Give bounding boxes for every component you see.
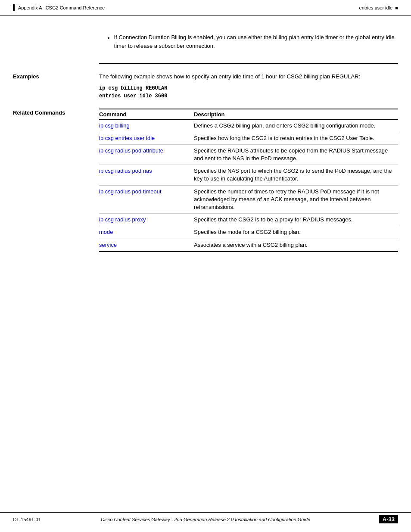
code-line-2: entries user idle 3600 [99,92,398,100]
table-cell-command[interactable]: ip csg billing [99,119,194,132]
footer-center: Cisco Content Services Gateway - 2nd Gen… [98,517,313,522]
code-line-1: ip csg billing REGULAR [99,84,398,92]
table-row: ip csg entries user idleSpecifies how lo… [99,132,398,144]
header-left: Appendix A CSG2 Command Reference [13,4,105,11]
main-content: • If Connection Duration Billing is enab… [0,16,411,261]
header-right: entries user idle ■ [359,5,398,10]
examples-code: ip csg billing REGULAR entries user idle… [99,84,398,100]
command-link[interactable]: ip csg billing [99,122,130,129]
examples-divider [99,63,398,64]
table-row: ip csg radius proxySpecifies that the CS… [99,214,398,226]
table-cell-command[interactable]: ip csg entries user idle [99,132,194,144]
header-bar-icon [13,4,15,11]
page: Appendix A CSG2 Command Reference entrie… [0,0,411,532]
table-cell-command[interactable]: ip csg radius pod attribute [99,144,194,165]
table-row: modeSpecifies the mode for a CSG2 billin… [99,226,398,239]
examples-label: Examples [13,72,99,100]
table-cell-command[interactable]: mode [99,226,194,239]
related-commands-table-wrapper: Command Description ip csg billingDefine… [99,109,398,252]
examples-section: Examples The following example shows how… [13,72,398,100]
command-link[interactable]: ip csg entries user idle [99,135,155,141]
command-link[interactable]: ip csg radius proxy [99,216,146,223]
page-footer: OL-15491-01 Cisco Content Services Gatew… [0,512,411,523]
command-link[interactable]: service [99,242,117,248]
table-cell-command[interactable]: ip csg radius proxy [99,214,194,226]
footer-title: Cisco Content Services Gateway - 2nd Gen… [101,517,310,522]
table-cell-description: Defines a CSG2 billing plan, and enters … [194,119,398,132]
table-cell-command[interactable]: ip csg radius pod timeout [99,185,194,214]
related-commands-table: Command Description ip csg billingDefine… [99,109,398,252]
bullet-dot-icon: • [108,34,110,43]
footer-left: OL-15491-01 [13,517,41,522]
command-link[interactable]: mode [99,229,113,235]
related-commands-label: Related Commands [13,109,99,252]
examples-content: The following example shows how to speci… [99,72,398,100]
command-link[interactable]: ip csg radius pod timeout [99,188,162,195]
table-row: ip csg radius pod attributeSpecifies the… [99,144,398,165]
table-cell-description: Specifies that the CSG2 is to be a proxy… [194,214,398,226]
bullet-text: If Connection Duration Billing is enable… [114,33,398,50]
table-row: ip csg radius pod nasSpecifies the NAS p… [99,165,398,185]
bullet-section: • If Connection Duration Billing is enab… [108,33,398,50]
command-link[interactable]: ip csg radius pod attribute [99,147,163,154]
table-cell-command[interactable]: ip csg radius pod nas [99,165,194,185]
col-header-description: Description [194,109,398,120]
table-cell-description: Specifies the number of times to retry t… [194,185,398,214]
table-cell-description: Specifies the RADIUS attributes to be co… [194,144,398,165]
table-cell-description: Specifies the mode for a CSG2 billing pl… [194,226,398,239]
related-commands-section: Related Commands Command Description ip … [13,109,398,252]
command-link[interactable]: ip csg radius pod nas [99,168,152,174]
bullet-item: • If Connection Duration Billing is enab… [108,33,398,50]
table-cell-description: Specifies how long the CSG2 is to retain… [194,132,398,144]
footer-right: A-33 [379,515,398,523]
table-header-row: Command Description [99,109,398,120]
table-cell-description: Specifies the NAS port to which the CSG2… [194,165,398,185]
table-cell-description: Associates a service with a CSG2 billing… [194,239,398,252]
page-header: Appendix A CSG2 Command Reference entrie… [0,0,411,16]
table-row: ip csg radius pod timeoutSpecifies the n… [99,185,398,214]
table-row: ip csg billingDefines a CSG2 billing pla… [99,119,398,132]
table-row: serviceAssociates a service with a CSG2 … [99,239,398,252]
examples-description: The following example shows how to speci… [99,72,398,81]
header-title: CSG2 Command Reference [46,5,105,10]
header-appendix: Appendix A [18,5,42,10]
col-header-command: Command [99,109,194,120]
table-cell-command[interactable]: service [99,239,194,252]
header-right-text: entries user idle [359,5,393,10]
